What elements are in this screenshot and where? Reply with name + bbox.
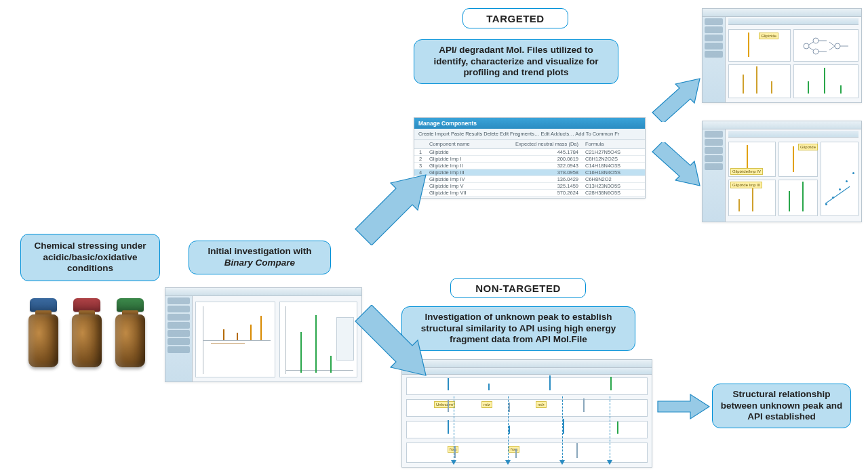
table-row: 1Glipizide445.1784C21H27N5O4S (414, 149, 645, 156)
svg-point-0 (804, 43, 809, 49)
screenshot-trend-bottom: Glipizide/Imp IV Glipizide Glipizide Imp… (702, 121, 862, 222)
arrow-table-to-trend-top (650, 75, 704, 125)
screenshot-manage-components: Manage Components Create Import Paste Re… (414, 117, 646, 199)
col-name: Component name (427, 141, 508, 147)
molecule-sketch-icon (800, 34, 854, 58)
screenshot-trend-top: Glipizide (702, 8, 862, 103)
screenshot-binary-compare (165, 287, 362, 382)
tag-unknown: Unknown (434, 401, 455, 408)
table-row: 4Glipizide Imp III378.0958C16H18N4O5S (414, 169, 645, 176)
vial-green (113, 298, 148, 369)
tag-glipizide2: Glipizide (798, 144, 818, 150)
svg-marker-7 (652, 142, 700, 186)
svg-marker-6 (652, 79, 700, 122)
box-targeted-desc: API/ degradant Mol. Files utilized to id… (414, 39, 618, 84)
arrow-table-to-trend-bottom (650, 142, 704, 192)
vials-group (26, 298, 148, 369)
table-head: Component name Expected neutral mass (Da… (414, 140, 645, 149)
table-row: 7Glipizide Imp VII570.2624C28H38N6O5S (414, 190, 645, 197)
svg-point-1 (813, 38, 818, 43)
table-title: Manage Components (414, 118, 645, 129)
text-binary-compare: Binary Compare (224, 258, 295, 268)
vial-blue (26, 298, 61, 369)
table-row: 2Glipizide Imp I200.0619C8H12N2O2S (414, 156, 645, 163)
arrow-to-nontargeted (350, 305, 431, 389)
svg-point-2 (813, 49, 818, 54)
box-initial-investigation: Initial investigation with Binary Compar… (189, 241, 331, 274)
tag-glipizide: Glipizide (759, 33, 778, 39)
vial-red (69, 298, 104, 369)
svg-marker-4 (355, 175, 426, 245)
text-initial-inv: Initial investigation with (208, 246, 311, 256)
svg-point-3 (835, 43, 840, 49)
arrow-to-targeted (350, 164, 431, 248)
svg-marker-5 (355, 305, 426, 375)
table-row: 6Glipizide Imp V325.1459C13H23N3O5S (414, 183, 645, 190)
table-toolbar: Create Import Paste Results Delete Edit … (414, 129, 645, 140)
box-chemical-stressing: Chemical stressing under acidic/basic/ox… (20, 234, 160, 281)
box-nontargeted-desc: Investigation of unknown peak to establi… (401, 306, 635, 351)
screenshot-nontargeted-spectra: Unknown m/z m/z frag frag (401, 359, 652, 468)
tag-imp3: Glipizide Imp III (730, 182, 762, 188)
table-row: 3Glipizide Imp II322.0943C14H18N4O3S (414, 163, 645, 169)
box-structural-relationship: Structural relationship between unknown … (712, 384, 851, 428)
table-row: 5Glipizide Imp IV136.0429C6H8N2O2 (414, 176, 645, 183)
col-formula: Formula (583, 141, 640, 147)
arrow-to-structural-rel (656, 393, 711, 423)
tag-imp4: Glipizide/Imp IV (730, 168, 763, 175)
label-nontargeted: NON-TARGETED (450, 278, 586, 298)
col-mass: Expected neutral mass (Da) (508, 141, 583, 147)
svg-marker-8 (658, 394, 709, 419)
label-targeted: TARGETED (462, 8, 568, 28)
